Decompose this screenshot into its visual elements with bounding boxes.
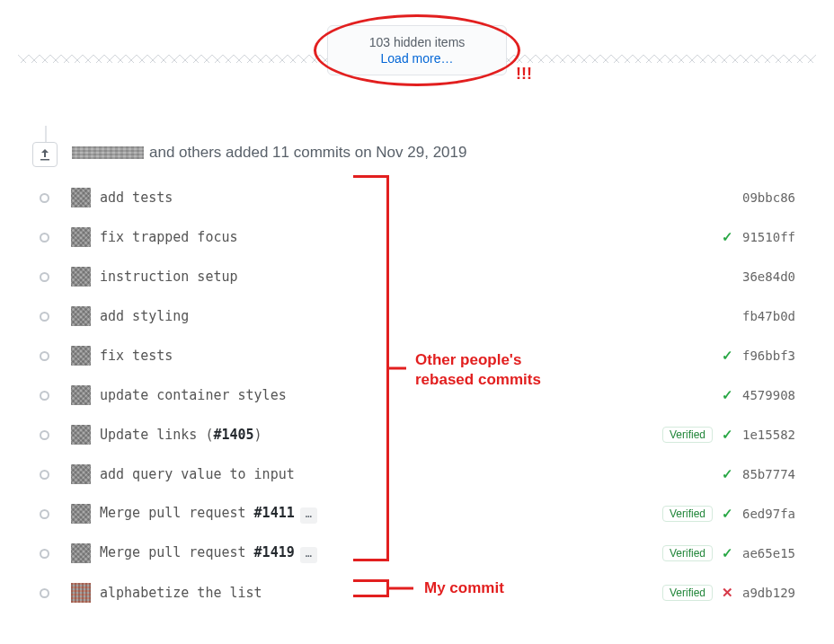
avatar[interactable]: [71, 583, 91, 603]
commit-row: add stylingfb47b0d: [38, 296, 798, 336]
commit-dot-icon: [40, 193, 49, 203]
commit-right: ✓f96bbf3: [722, 336, 798, 375]
commit-row: add query value to input✓85b7774: [38, 454, 798, 494]
commit-message[interactable]: instruction setup: [100, 269, 238, 285]
avatar[interactable]: [71, 464, 91, 484]
load-more-link[interactable]: Load more…: [339, 51, 495, 66]
commit-message[interactable]: add styling: [100, 308, 189, 324]
commit-right: ✓85b7774: [722, 454, 798, 494]
avatar[interactable]: [71, 346, 91, 366]
check-icon[interactable]: ✓: [722, 427, 733, 443]
check-icon[interactable]: ✓: [722, 506, 733, 522]
commit-sha[interactable]: fb47b0d: [742, 309, 798, 323]
commit-dot-icon: [40, 588, 49, 598]
commit-message[interactable]: fix trapped focus: [100, 229, 238, 245]
avatar[interactable]: [71, 543, 91, 563]
avatar[interactable]: [71, 425, 91, 445]
timeline-line: [45, 126, 47, 144]
avatar[interactable]: [71, 227, 91, 247]
commit-list: add tests09bbc86fix trapped focus✓91510f…: [38, 178, 798, 613]
commit-right: Verified✓ae65e15: [662, 534, 798, 573]
commit-right: Verified✕a9db129: [662, 573, 798, 613]
commit-message[interactable]: add query value to input: [100, 466, 295, 482]
verified-badge[interactable]: Verified: [662, 506, 713, 522]
summary-date: on Nov 29, 2019: [355, 144, 467, 162]
commit-message[interactable]: fix tests: [100, 348, 173, 364]
check-icon[interactable]: ✓: [722, 545, 733, 561]
commit-right: ✓4579908: [722, 375, 798, 415]
commit-row: Update links (#1405)Verified✓1e15582: [38, 415, 798, 454]
commit-row: Merge pull request #1411…Verified✓6ed97f…: [38, 494, 798, 534]
commit-sha[interactable]: 09bbc86: [742, 190, 798, 205]
commit-row: add tests09bbc86: [38, 178, 798, 217]
annotation-bangs: !!!: [516, 65, 532, 84]
summary-text: and others added 11 commits: [149, 144, 350, 162]
hidden-items-expander[interactable]: 103 hidden items Load more…: [327, 25, 507, 75]
hidden-count-text: 103 hidden items: [339, 35, 495, 49]
pr-ref[interactable]: #1405: [213, 427, 253, 443]
commit-dot-icon: [40, 351, 49, 361]
verified-badge[interactable]: Verified: [662, 427, 713, 443]
expand-ellipsis-button[interactable]: …: [300, 507, 317, 524]
commit-right: fb47b0d: [742, 296, 798, 336]
commit-dot-icon: [40, 312, 49, 322]
check-icon[interactable]: ✓: [722, 229, 733, 245]
cross-icon[interactable]: ✕: [722, 585, 733, 601]
verified-badge[interactable]: Verified: [662, 585, 713, 601]
pixelated-username: [72, 146, 144, 159]
pr-ref[interactable]: #1411: [254, 505, 295, 521]
commit-message[interactable]: Merge pull request #1411…: [100, 505, 317, 524]
commit-message[interactable]: Update links (#1405): [100, 427, 262, 443]
check-icon[interactable]: ✓: [722, 466, 733, 482]
commit-sha[interactable]: a9db129: [742, 586, 798, 600]
commit-sha[interactable]: 36e84d0: [742, 269, 798, 284]
avatar[interactable]: [71, 385, 91, 405]
commit-row: fix trapped focus✓91510ff: [38, 217, 798, 257]
commit-row: Merge pull request #1419…Verified✓ae65e1…: [38, 534, 798, 573]
commit-right: 09bbc86: [742, 178, 798, 217]
annotation-label-mine: My commit: [424, 579, 504, 597]
annotation-label-others: Other people's rebased commits: [415, 350, 541, 390]
check-icon[interactable]: ✓: [722, 348, 733, 364]
commit-right: 36e84d0: [742, 257, 798, 296]
avatar[interactable]: [71, 188, 91, 207]
commit-sha[interactable]: 4579908: [742, 388, 798, 402]
verified-badge[interactable]: Verified: [662, 545, 713, 561]
push-icon: [32, 142, 58, 167]
commit-right: Verified✓1e15582: [662, 415, 798, 454]
commit-sha[interactable]: 85b7774: [742, 467, 798, 481]
commit-sha[interactable]: ae65e15: [742, 546, 798, 560]
commit-dot-icon: [40, 470, 49, 480]
commit-sha[interactable]: 6ed97fa: [742, 507, 798, 521]
commit-dot-icon: [40, 272, 49, 282]
avatar[interactable]: [71, 267, 91, 287]
commit-row: alphabetize the listVerified✕a9db129: [38, 573, 798, 613]
commit-sha[interactable]: 91510ff: [742, 230, 798, 244]
commit-message[interactable]: alphabetize the list: [100, 585, 262, 601]
commit-dot-icon: [40, 233, 49, 243]
commit-dot-icon: [40, 391, 49, 401]
check-icon[interactable]: ✓: [722, 387, 733, 403]
expand-ellipsis-button[interactable]: …: [300, 547, 317, 563]
commit-message[interactable]: add tests: [100, 190, 173, 206]
commit-message[interactable]: update container styles: [100, 387, 287, 403]
avatar[interactable]: [71, 504, 91, 524]
push-summary: and others added 11 commits on Nov 29, 2…: [72, 144, 466, 162]
commit-dot-icon: [40, 430, 49, 440]
commit-dot-icon: [40, 549, 49, 559]
commit-sha[interactable]: 1e15582: [742, 428, 798, 442]
pr-ref[interactable]: #1419: [254, 544, 295, 560]
commit-right: Verified✓6ed97fa: [662, 494, 798, 534]
commit-row: instruction setup36e84d0: [38, 257, 798, 296]
commit-right: ✓91510ff: [722, 217, 798, 257]
avatar[interactable]: [71, 306, 91, 326]
commit-sha[interactable]: f96bbf3: [742, 348, 798, 363]
commit-message[interactable]: Merge pull request #1419…: [100, 544, 317, 563]
commit-dot-icon: [40, 509, 49, 519]
